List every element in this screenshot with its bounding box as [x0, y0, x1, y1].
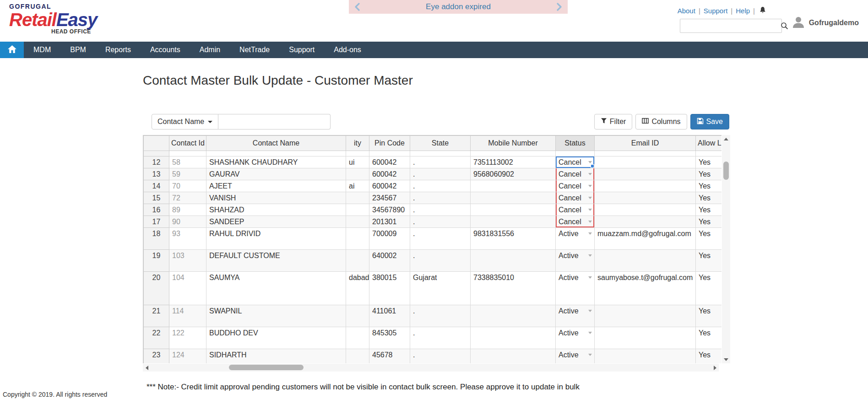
- cell-state[interactable]: .: [410, 168, 471, 180]
- cell-allow[interactable]: Yes: [696, 349, 722, 364]
- scroll-down-icon[interactable]: [722, 356, 730, 363]
- cell-mobile[interactable]: [471, 180, 556, 192]
- contact-search-input[interactable]: [218, 114, 331, 129]
- cell-pin[interactable]: 411061: [369, 305, 410, 327]
- cell-name[interactable]: GAURAV: [206, 168, 346, 180]
- cell-id[interactable]: 103: [169, 250, 206, 272]
- status-dropdown-cell[interactable]: Cancel: [556, 156, 595, 168]
- user-menu[interactable]: Gofrugaldemo: [791, 15, 859, 31]
- cell-mobile[interactable]: 9831831556: [471, 228, 556, 250]
- cell-pin[interactable]: 845305: [369, 327, 410, 349]
- cell-pin[interactable]: 600042: [369, 156, 410, 168]
- cell-city[interactable]: [346, 204, 369, 216]
- cell-city[interactable]: ui: [346, 156, 369, 168]
- cell-id[interactable]: 122: [169, 327, 206, 349]
- cell-mobile[interactable]: [471, 250, 556, 272]
- column-header-email[interactable]: Email ID: [595, 136, 696, 151]
- nav-item-support[interactable]: Support: [279, 42, 324, 58]
- save-button[interactable]: Save: [690, 114, 729, 129]
- status-dropdown-cell[interactable]: Active: [556, 305, 595, 327]
- banner-next-icon[interactable]: [557, 3, 562, 11]
- cell-pin[interactable]: 380015: [369, 272, 410, 305]
- cell-name[interactable]: DEFAULT CUSTOME: [206, 250, 346, 272]
- status-dropdown-cell[interactable]: Active: [556, 349, 595, 364]
- status-dropdown-cell[interactable]: Cancel: [556, 204, 595, 216]
- cell-mobile[interactable]: [471, 327, 556, 349]
- cell-email[interactable]: [595, 192, 696, 204]
- cell-id[interactable]: 59: [169, 168, 206, 180]
- cell-state[interactable]: .: [410, 216, 471, 228]
- cell-city[interactable]: [346, 228, 369, 250]
- cell-state[interactable]: .: [410, 250, 471, 272]
- cell-pin[interactable]: 640002: [369, 250, 410, 272]
- column-header-state[interactable]: State: [410, 136, 471, 151]
- scroll-up-icon[interactable]: [722, 135, 730, 143]
- cell-pin[interactable]: 201301: [369, 216, 410, 228]
- cell-id[interactable]: 124: [169, 349, 206, 364]
- column-header-pin[interactable]: Pin Code: [369, 136, 410, 151]
- cell-name[interactable]: SHASHANK CHAUDHARY: [206, 156, 346, 168]
- status-dropdown-cell[interactable]: Active: [556, 272, 595, 305]
- cell-allow[interactable]: Yes: [696, 272, 722, 305]
- nav-item-addons[interactable]: Add-ons: [324, 42, 371, 58]
- cell-mobile[interactable]: [471, 204, 556, 216]
- cell-name[interactable]: SIDHARTH: [206, 349, 346, 364]
- cell-city[interactable]: [346, 250, 369, 272]
- status-dropdown-cell[interactable]: Cancel: [556, 216, 595, 228]
- cell-name[interactable]: SWAPNIL: [206, 305, 346, 327]
- cell-state[interactable]: .: [410, 192, 471, 204]
- cell-city[interactable]: [346, 216, 369, 228]
- status-dropdown-cell[interactable]: Active: [556, 250, 595, 272]
- cell-pin[interactable]: 700009: [369, 228, 410, 250]
- status-dropdown-cell[interactable]: Active: [556, 327, 595, 349]
- cell-state[interactable]: .: [410, 305, 471, 327]
- banner-prev-icon[interactable]: [354, 3, 360, 11]
- cell-id[interactable]: 104: [169, 272, 206, 305]
- cell-pin[interactable]: 600042: [369, 168, 410, 180]
- column-header-status[interactable]: Status: [556, 136, 595, 151]
- cell-mobile[interactable]: [471, 192, 556, 204]
- cell-allow[interactable]: Yes: [696, 156, 722, 168]
- column-header-city[interactable]: ity: [346, 136, 369, 151]
- cell-email[interactable]: [595, 250, 696, 272]
- status-dropdown-cell[interactable]: Cancel: [556, 168, 595, 180]
- cell-city[interactable]: [346, 327, 369, 349]
- support-link[interactable]: Support: [704, 7, 728, 15]
- horizontal-scrollbar[interactable]: [143, 364, 719, 372]
- scroll-right-icon[interactable]: [711, 364, 719, 372]
- nav-item-accounts[interactable]: Accounts: [141, 42, 190, 58]
- status-dropdown-cell[interactable]: Cancel: [556, 192, 595, 204]
- cell-email[interactable]: [595, 216, 696, 228]
- column-header-id[interactable]: Contact Id: [169, 136, 206, 151]
- cell-allow[interactable]: Yes: [696, 228, 722, 250]
- cell-email[interactable]: saumyabose.t@gofrugal.com: [595, 272, 696, 305]
- cell-email[interactable]: muazzam.md@gofrugal.com: [595, 228, 696, 250]
- scroll-left-icon[interactable]: [143, 364, 151, 372]
- column-header-mobile[interactable]: Mobile Number: [471, 136, 556, 151]
- columns-button[interactable]: Columns: [635, 114, 687, 129]
- cell-mobile[interactable]: 9568060902: [471, 168, 556, 180]
- vertical-scrollbar-thumb[interactable]: [723, 162, 729, 180]
- nav-item-admin[interactable]: Admin: [190, 42, 230, 58]
- vertical-scrollbar[interactable]: [722, 135, 730, 363]
- cell-name[interactable]: SAUMYA: [206, 272, 346, 305]
- filter-button[interactable]: Filter: [594, 114, 633, 129]
- cell-allow[interactable]: Yes: [696, 180, 722, 192]
- cell-pin[interactable]: 234567: [369, 192, 410, 204]
- cell-mobile[interactable]: 7338835010: [471, 272, 556, 305]
- cell-allow[interactable]: Yes: [696, 250, 722, 272]
- cell-state[interactable]: .: [410, 204, 471, 216]
- cell-allow[interactable]: Yes: [696, 168, 722, 180]
- cell-pin[interactable]: 45678: [369, 349, 410, 364]
- cell-id[interactable]: 90: [169, 216, 206, 228]
- nav-item-nettrade[interactable]: NetTrade: [230, 42, 279, 58]
- cell-state[interactable]: .: [410, 349, 471, 364]
- cell-mobile[interactable]: [471, 216, 556, 228]
- cell-pin[interactable]: 600042: [369, 180, 410, 192]
- cell-email[interactable]: [595, 156, 696, 168]
- cell-state[interactable]: .: [410, 156, 471, 168]
- cell-state[interactable]: .: [410, 180, 471, 192]
- column-header-allow[interactable]: Allow L: [696, 136, 722, 151]
- search-icon[interactable]: [779, 22, 792, 30]
- notifications-bell-icon[interactable]: [759, 6, 766, 16]
